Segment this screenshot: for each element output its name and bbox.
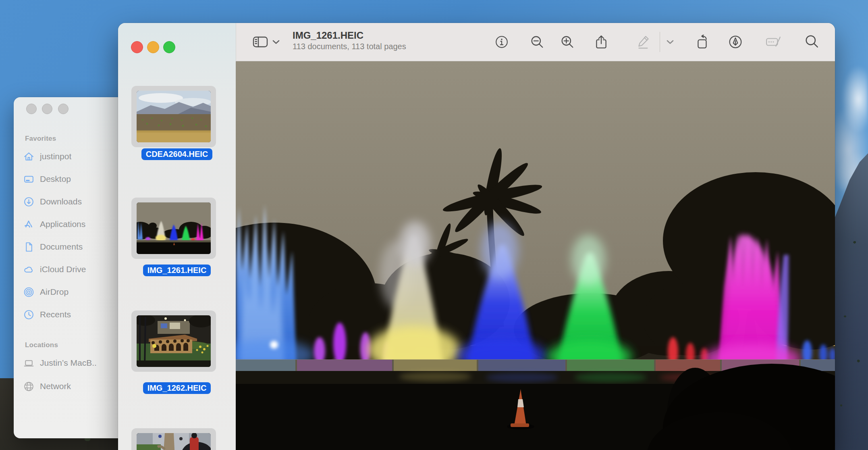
window-title-block: IMG_1261.HEIC 113 documents, 113 total p…: [293, 30, 406, 52]
share-button[interactable]: [592, 33, 611, 51]
toolbar-divider: [660, 32, 660, 52]
thumbnail-label: IMG_1261.HEIC: [118, 265, 236, 276]
info-button[interactable]: [492, 33, 511, 51]
thumbnail-partial[interactable]: [131, 428, 216, 450]
chevron-down-icon: [272, 40, 280, 44]
sidebar-item-label: Recents: [40, 310, 71, 319]
photo-canvas: [236, 61, 835, 450]
zoom-in-button[interactable]: [558, 33, 577, 51]
thumbnail-image-field: [137, 91, 211, 142]
thumbnail-cdea2604[interactable]: [131, 86, 216, 147]
rotate-left-icon: [695, 35, 710, 49]
sidebar-item-label: Documents: [40, 242, 83, 252]
sidebar-item-label: AirDrop: [40, 287, 69, 297]
thumbnail-image-fountains: [137, 202, 211, 254]
cloud-icon: [23, 264, 34, 275]
sidebar-item-recents[interactable]: Recents: [23, 308, 116, 321]
window-title: IMG_1261.HEIC: [293, 30, 406, 41]
clock-icon: [23, 309, 34, 320]
desktop-icon: [23, 174, 34, 185]
zoom-out-icon: [530, 35, 544, 49]
search-icon: [805, 35, 819, 49]
download-circle-icon: [23, 196, 34, 207]
sidebar-item-label: justinpot: [40, 152, 71, 161]
thumbnail-img1261[interactable]: [131, 198, 216, 259]
finder-zoom-button[interactable]: [58, 104, 69, 114]
finder-close-button[interactable]: [26, 104, 37, 114]
sidebar-item-label: Network: [40, 381, 71, 391]
sidebar-toggle-button[interactable]: [251, 33, 270, 51]
document-icon: [23, 242, 34, 252]
sidebar-item-label: Downloads: [40, 197, 82, 206]
info-icon: [495, 35, 509, 49]
home-icon: [23, 151, 34, 162]
sidebar-item-label: Justin’s MacB..: [40, 358, 97, 368]
sidebar-item-icloud-drive[interactable]: iCloud Drive: [23, 262, 116, 276]
thumbnail-img1262[interactable]: [131, 310, 216, 372]
rotate-left-button[interactable]: [693, 33, 712, 51]
sidebar-item-justins-macbook[interactable]: Justin’s MacB..: [23, 356, 116, 370]
zoom-in-icon: [561, 35, 574, 49]
sidebar-item-documents[interactable]: Documents: [23, 240, 116, 254]
globe-icon: [23, 381, 34, 392]
finder-locations-header: Locations: [25, 341, 58, 349]
markup-pencil-icon: [637, 35, 650, 49]
thumbnail-label: CDEA2604.HEIC: [118, 148, 236, 160]
minimize-button[interactable]: [147, 41, 159, 53]
thumbnail-image-park2: [137, 433, 211, 450]
sidebar-item-label: Applications: [40, 219, 85, 229]
app-store-icon: [23, 219, 34, 230]
markup-chevron[interactable]: [664, 33, 676, 51]
thumbnail-label: IMG_1262.HEIC: [118, 382, 236, 394]
laptop-icon: [23, 358, 34, 369]
form-fill-button[interactable]: [764, 33, 783, 51]
close-button[interactable]: [131, 41, 143, 53]
sidebar-item-airdrop[interactable]: AirDrop: [23, 285, 116, 299]
sidebar-view-chevron[interactable]: [270, 33, 282, 51]
draw-pen-icon: [728, 35, 743, 49]
chevron-down-icon: [666, 40, 674, 44]
sidebar-item-label: Desktop: [40, 174, 71, 184]
draw-button[interactable]: [726, 33, 745, 51]
markup-pencil-button[interactable]: [634, 33, 653, 51]
sidebar-item-justinpot[interactable]: justinpot: [23, 150, 116, 163]
sidebar-item-desktop[interactable]: Desktop: [23, 172, 116, 186]
thumbnail-image-park: [137, 315, 211, 367]
search-button[interactable]: [803, 33, 821, 51]
preview-window[interactable]: CDEA2604.HEIC: [118, 23, 835, 450]
share-icon: [594, 35, 608, 49]
sidebar-item-label: iCloud Drive: [40, 265, 86, 274]
sidebar-toggle-icon: [252, 35, 268, 48]
sidebar-item-network[interactable]: Network: [23, 379, 116, 393]
zoom-out-button[interactable]: [528, 33, 546, 51]
finder-minimize-button[interactable]: [42, 104, 52, 114]
sidebar-item-downloads[interactable]: Downloads: [23, 195, 116, 208]
window-subtitle: 113 documents, 113 total pages: [293, 41, 406, 52]
fullscreen-button[interactable]: [163, 41, 175, 53]
form-fill-icon: [766, 35, 781, 49]
preview-sidebar: CDEA2604.HEIC: [118, 23, 236, 450]
finder-favorites-header: Favorites: [25, 135, 56, 143]
airdrop-icon: [23, 287, 34, 298]
fountain-photo: [236, 61, 835, 450]
sidebar-item-applications[interactable]: Applications: [23, 217, 116, 231]
